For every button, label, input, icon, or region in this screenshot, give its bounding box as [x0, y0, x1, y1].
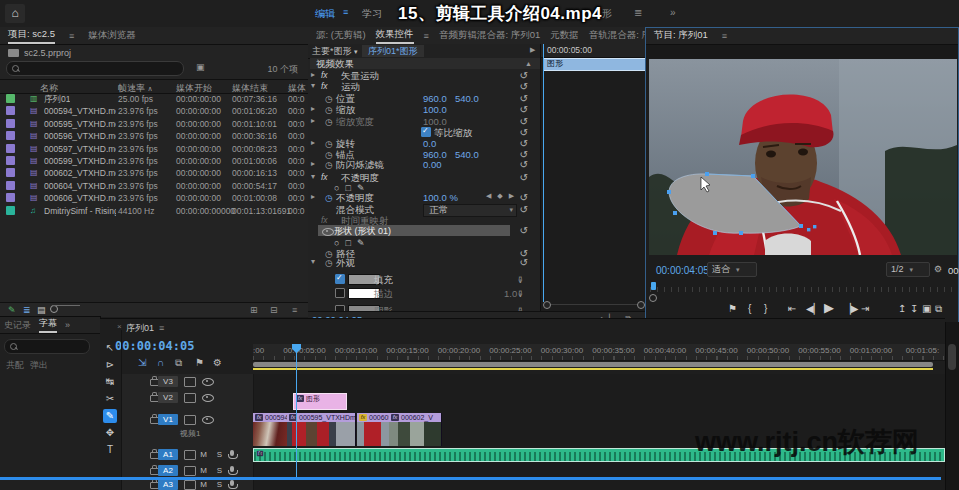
new-bin-icon[interactable]: ⊟ [270, 305, 278, 315]
workspace-tab-edit[interactable]: 编辑 [315, 7, 335, 21]
tab-audio-clip-mixer[interactable]: 音频剪辑混合器: 序列01 [439, 29, 540, 42]
effect-row[interactable]: 等比缩放 [308, 127, 540, 138]
solo-button[interactable]: S [214, 449, 225, 460]
twirl-icon[interactable]: ▸ [311, 70, 315, 79]
video-clip[interactable]: fx000594_ [253, 413, 288, 446]
scroll-handle-left[interactable] [543, 301, 551, 309]
eye-icon[interactable] [202, 377, 214, 388]
transport-button[interactable]: ⇥ [861, 303, 869, 314]
reset-icon[interactable] [520, 104, 528, 115]
media-name[interactable]: DmitriySimf - Rising Trailer [44, 206, 116, 216]
media-name[interactable]: 000596_VTXHD.mov [44, 131, 116, 141]
workspace-tab-learn[interactable]: 学习 [362, 7, 382, 21]
stopwatch-icon[interactable] [325, 116, 333, 127]
sync-lock-icon[interactable] [184, 415, 196, 425]
transport-button[interactable]: ⧉ [935, 303, 942, 315]
table-row[interactable]: ▤ 000596_VTXHD.mov 23.976 fps 00:00:00:0… [0, 130, 308, 142]
param-value[interactable]: 0.0 [423, 138, 436, 149]
sync-lock-icon[interactable] [184, 480, 196, 490]
transport-button[interactable]: ◀▏ [806, 303, 821, 314]
writable-icon[interactable]: ✎ [8, 305, 16, 315]
program-playhead[interactable] [651, 282, 656, 290]
mute-button[interactable]: M [198, 479, 209, 490]
effect-row[interactable]: ○□✎ [308, 237, 540, 248]
reset-icon[interactable] [520, 159, 528, 170]
sync-lock-icon[interactable] [184, 377, 196, 387]
twirl-icon[interactable]: ▸ [311, 159, 315, 168]
transport-button[interactable]: ▕▶ [843, 303, 858, 314]
track-lane[interactable] [253, 390, 945, 413]
transport-button[interactable]: ▣ [922, 303, 931, 314]
param-value[interactable]: 960.0 [423, 93, 447, 104]
fx-badge-icon[interactable]: fx [321, 70, 328, 80]
mic-icon[interactable] [230, 480, 234, 486]
table-row[interactable]: ▤ 000595_VTXHD.mov 23.976 fps 00:00:00:0… [0, 118, 308, 130]
param-value[interactable]: 100.0 [423, 104, 447, 115]
table-row[interactable]: ▤ 000602_VTXHD.mov 23.976 fps 00:00:00:0… [0, 167, 308, 179]
reset-icon[interactable] [520, 93, 528, 104]
media-name[interactable]: 000602_VTXHD.mov [44, 168, 116, 178]
sync-lock-icon[interactable] [184, 450, 196, 460]
effect-row[interactable]: ▾ 外观 [308, 257, 540, 268]
checkbox-checked[interactable] [421, 127, 431, 137]
timeline-timecode[interactable]: 00:00:04:05 [115, 339, 194, 353]
timeline-tool-icon[interactable]: ⧉ [175, 357, 182, 369]
video-clip[interactable]: fx000595_VTXHDmov [287, 413, 356, 446]
stopwatch-icon[interactable] [325, 138, 333, 149]
transport-button[interactable]: } [764, 303, 767, 314]
effect-row[interactable]: ▸ fx 矢量运动 [308, 70, 540, 81]
effect-row[interactable]: 混合模式 正常▾ [308, 204, 540, 215]
effect-row[interactable]: ▸ 缩放 100.0 [308, 104, 540, 115]
track-target-button[interactable]: V2 [158, 392, 178, 403]
fit-dropdown[interactable]: 适合▾ [707, 262, 757, 277]
scroll-handle-right[interactable] [637, 301, 645, 309]
table-row[interactable]: ▥ 序列01 25.00 fps 00:00:00:00 00:07:36:16… [0, 93, 308, 105]
mute-button[interactable]: M [198, 465, 209, 476]
resolution-dropdown[interactable]: 1/2▾ [886, 262, 930, 277]
bin-icon[interactable]: ▣ [196, 62, 205, 72]
reset-icon[interactable] [520, 257, 528, 268]
param-value[interactable]: 100.0 % [423, 192, 458, 203]
effect-mini-timeline[interactable]: 00:00:05:00 图形 [540, 44, 646, 311]
twirl-icon[interactable]: ▾ [311, 172, 315, 181]
timeline-tool-icon[interactable]: ⇲ [138, 357, 146, 368]
table-row[interactable]: ▤ 000597_VTXHD.mov 23.976 fps 00:00:00:0… [0, 143, 308, 155]
checkbox-checked[interactable] [335, 274, 345, 284]
twirl-icon[interactable]: ▾ [311, 81, 315, 90]
fx-badge-icon[interactable]: fx [321, 81, 328, 91]
mini-timeline-ruler[interactable]: 00:00:05:00 [541, 44, 646, 58]
label-color-chip[interactable] [6, 156, 15, 165]
tab-sequence[interactable]: 序列01 ≡ [126, 322, 164, 335]
track-target-button[interactable]: V3 [158, 376, 178, 387]
fx-badge-icon[interactable]: fx [321, 172, 328, 182]
twirl-icon[interactable]: ▸ [311, 116, 315, 125]
transport-button[interactable]: { [748, 303, 751, 314]
eyedropper-icon[interactable] [516, 274, 524, 285]
work-area-bar[interactable] [253, 362, 933, 367]
icon-view-icon[interactable]: ▤ [37, 305, 46, 315]
eye-icon[interactable] [202, 415, 214, 426]
table-row[interactable]: ▤ 000604_VTXHD.mov 23.976 fps 00:00:00:0… [0, 180, 308, 192]
reset-icon[interactable] [520, 138, 528, 149]
edit-tool-icon[interactable]: ↹ [103, 375, 117, 389]
media-name[interactable]: 000604_VTXHD.mov [44, 181, 116, 191]
graphics-clip-bar[interactable]: 图形 [543, 58, 648, 71]
reset-icon[interactable] [520, 225, 528, 236]
solo-button[interactable]: S [214, 479, 225, 490]
label-color-chip[interactable] [6, 119, 15, 128]
table-row[interactable]: ▤ 000594_VTXHD.mov 23.976 fps 00:00:00:0… [0, 105, 308, 117]
reset-icon[interactable] [520, 127, 528, 138]
tab-audio-track-mixer[interactable]: 音轨混合器: 序列0 [589, 29, 645, 42]
track-target-button[interactable]: A2 [158, 465, 178, 476]
track-target-button[interactable]: A1 [158, 449, 178, 460]
effect-row[interactable]: ▸ 旋转 0.0 [308, 138, 540, 149]
media-name[interactable]: 000594_VTXHD.mov [44, 106, 116, 116]
label-color-chip[interactable] [6, 106, 15, 115]
sync-lock-icon[interactable] [184, 393, 196, 403]
reset-icon[interactable] [520, 116, 528, 127]
tab-captions[interactable]: 字幕 [39, 317, 57, 333]
checkbox-unchecked[interactable] [335, 288, 345, 298]
effect-row[interactable]: 视频效果▲ [308, 58, 540, 69]
workspace-overflow-icon[interactable]: ≣ [634, 7, 642, 18]
effect-row[interactable]: 位置 960.0 540.0 [308, 93, 540, 104]
